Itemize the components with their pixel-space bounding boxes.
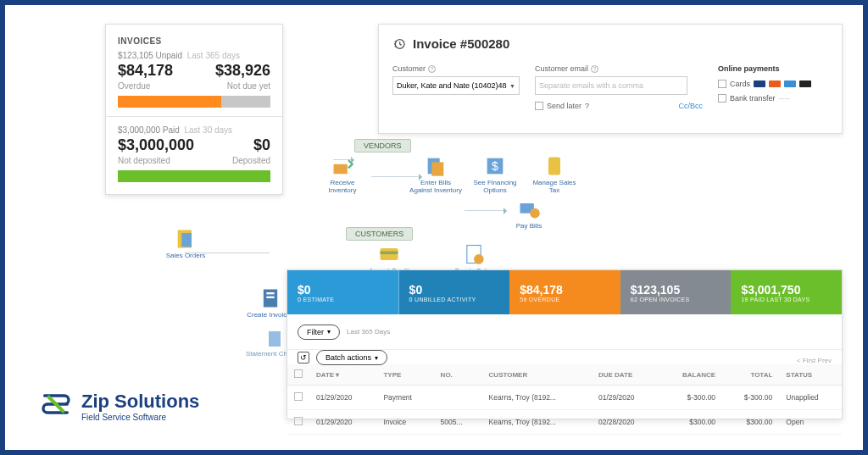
svg-rect-6 xyxy=(548,158,560,175)
row-checkbox[interactable] xyxy=(294,392,303,401)
select-all-checkbox[interactable] xyxy=(294,369,303,378)
tax-icon xyxy=(542,154,566,178)
send-later-checkbox[interactable] xyxy=(535,102,543,110)
bills-icon xyxy=(424,154,448,178)
batch-actions-button[interactable]: Batch actions xyxy=(316,350,387,365)
svg-point-14 xyxy=(474,254,484,264)
customer-select[interactable]: Duker, Kate and Nate (10402)48 xyxy=(392,76,520,95)
financing-icon: $ xyxy=(483,154,507,178)
zip-solutions-logo: Zip Solutions Field Service Software xyxy=(39,387,199,424)
tile-unbilled[interactable]: $00 UNBILLED ACTIVITY xyxy=(399,270,510,314)
vendors-header: VENDORS xyxy=(354,139,411,153)
statement-icon xyxy=(264,329,285,349)
tile-paid[interactable]: $3,001,75019 PAID LAST 30 DAYS xyxy=(731,270,842,314)
cards-checkbox[interactable] xyxy=(718,80,726,88)
svg-rect-18 xyxy=(269,331,281,347)
receive-inventory-link[interactable]: Receive Inventory xyxy=(316,154,369,195)
tile-overdue[interactable]: $84,17859 OVERDUE xyxy=(509,270,620,314)
row-checkbox[interactable] xyxy=(294,417,303,425)
col-status[interactable]: STATUS xyxy=(779,364,842,386)
svg-rect-12 xyxy=(381,252,398,255)
discover-icon xyxy=(799,80,811,87)
table-row[interactable]: 01/29/2020 Payment Kearns, Troy (8192...… xyxy=(287,386,842,410)
credit-card-icon xyxy=(377,242,401,266)
box-arrow-icon xyxy=(331,154,354,178)
col-due[interactable]: DUE DATE xyxy=(592,364,659,386)
col-customer[interactable]: CUSTOMER xyxy=(482,364,592,386)
pay-bills-link[interactable]: Pay Bills xyxy=(503,197,555,230)
col-no[interactable]: NO. xyxy=(434,364,482,386)
invoice-detail-card: Invoice #500280 Customer? Duker, Kate an… xyxy=(378,24,843,134)
svg-text:$: $ xyxy=(492,159,498,173)
svg-rect-17 xyxy=(266,297,274,298)
invoices-table: DATE ▾ TYPE NO. CUSTOMER DUE DATE BALANC… xyxy=(287,364,842,435)
pay-bills-icon xyxy=(517,197,541,221)
bank-checkbox[interactable] xyxy=(718,94,726,103)
col-date[interactable]: DATE ▾ xyxy=(309,364,376,386)
table-row[interactable]: 01/29/2020 Invoice 5005... Kearns, Troy … xyxy=(287,410,842,435)
financing-link[interactable]: $ See Financing Options xyxy=(469,154,521,195)
tile-open[interactable]: $123,10562 OPEN INVOICES xyxy=(620,270,732,314)
reverse-icon[interactable]: ↺ xyxy=(298,352,309,363)
svg-rect-16 xyxy=(266,292,274,294)
invoices-summary-card: INVOICES $123,105 Unpaid Last 365 days $… xyxy=(105,24,283,195)
sales-orders-link[interactable]: Sales Orders xyxy=(159,227,212,260)
logo-icon xyxy=(39,387,73,424)
notdeposited-amount: $3,000,000 xyxy=(118,136,194,154)
svg-rect-1 xyxy=(334,164,348,175)
sales-tax-link[interactable]: Manage Sales Tax xyxy=(528,154,581,195)
receipt-icon xyxy=(462,242,486,266)
customer-email-input[interactable]: Separate emails with a comma xyxy=(535,76,687,95)
ccbcc-link[interactable]: Cc/Bcc xyxy=(678,102,703,110)
help-icon[interactable]: ? xyxy=(428,65,436,73)
overdue-amount: $84,178 xyxy=(118,62,173,80)
help-icon[interactable]: ? xyxy=(591,65,598,73)
unpaid-progress-bar xyxy=(118,96,270,108)
invoices-title: INVOICES xyxy=(118,36,270,46)
tile-estimate[interactable]: $00 ESTIMATE xyxy=(287,270,399,314)
invoice-dashboard: $00 ESTIMATE $00 UNBILLED ACTIVITY $84,1… xyxy=(287,269,843,419)
invoice-icon xyxy=(259,286,282,310)
svg-rect-3 xyxy=(431,162,443,175)
paid-progress-bar xyxy=(118,170,270,182)
mastercard-icon xyxy=(769,80,781,87)
history-icon xyxy=(392,37,406,51)
filter-button[interactable]: Filter xyxy=(298,325,340,340)
help-icon[interactable]: ? xyxy=(585,102,589,110)
sales-orders-icon xyxy=(174,227,198,251)
visa-icon xyxy=(754,80,765,87)
notdue-amount: $38,926 xyxy=(215,62,270,80)
svg-rect-10 xyxy=(181,233,192,247)
customers-header: CUSTOMERS xyxy=(346,227,413,241)
col-balance[interactable]: BALANCE xyxy=(659,364,722,386)
svg-point-8 xyxy=(530,208,540,219)
col-type[interactable]: TYPE xyxy=(376,364,433,386)
invoice-title: Invoice #500280 xyxy=(413,36,509,51)
amex-icon xyxy=(784,80,796,87)
col-total[interactable]: TOTAL xyxy=(722,364,779,386)
enter-bills-link[interactable]: Enter Bills Against Inventory xyxy=(409,154,462,195)
